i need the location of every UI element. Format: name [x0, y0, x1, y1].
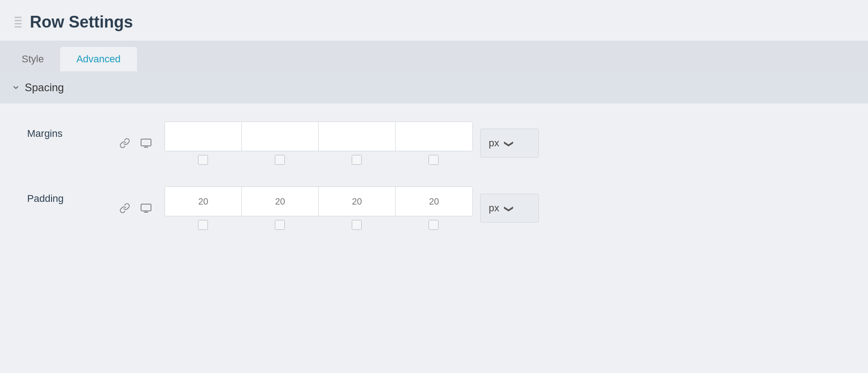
margins-checkbox-top-cell	[165, 155, 241, 165]
padding-checkbox-top-cell	[165, 220, 241, 230]
padding-controls: px ❮	[118, 186, 841, 230]
margins-unit-select[interactable]: px ❮	[480, 129, 539, 158]
padding-icon-group	[118, 201, 154, 215]
padding-checkbox-right[interactable]	[275, 220, 285, 230]
padding-row: Padding	[27, 186, 841, 230]
margins-checkboxes-row	[165, 155, 473, 165]
margins-checkbox-top[interactable]	[198, 155, 208, 165]
margins-checkbox-bottom[interactable]	[352, 155, 362, 165]
margins-link-icon[interactable]	[118, 136, 132, 150]
svg-rect-0	[141, 139, 151, 146]
margins-checkbox-right[interactable]	[275, 155, 285, 165]
svg-rect-3	[141, 204, 151, 211]
tabs-bar: Style Advanced	[0, 41, 868, 71]
padding-input-top[interactable]	[165, 187, 242, 216]
margins-unit-chevron: ❮	[502, 140, 513, 148]
padding-input-bottom[interactable]	[319, 187, 396, 216]
padding-checkbox-top[interactable]	[198, 220, 208, 230]
padding-input-left[interactable]	[396, 187, 472, 216]
margins-row: Margins	[27, 121, 841, 165]
page-title: Row Settings	[30, 13, 133, 32]
margins-checkbox-bottom-cell	[318, 155, 395, 165]
margins-checkbox-left-cell	[395, 155, 472, 165]
margins-input-left[interactable]	[396, 122, 472, 151]
margins-inputs-row	[165, 121, 473, 151]
drag-handle	[14, 17, 22, 28]
margins-icon-group	[118, 136, 154, 150]
padding-label: Padding	[27, 186, 118, 205]
content-area: Margins	[0, 103, 868, 270]
margins-unit-label: px	[489, 137, 499, 149]
padding-unit-label: px	[489, 202, 499, 214]
margins-input-bottom[interactable]	[319, 122, 396, 151]
padding-unit-chevron: ❮	[502, 205, 513, 213]
padding-checkbox-bottom-cell	[318, 220, 395, 230]
margins-input-top[interactable]	[165, 122, 242, 151]
header: Row Settings	[0, 0, 868, 41]
padding-unit-select[interactable]: px ❮	[480, 194, 539, 223]
margins-checkbox-right-cell	[241, 155, 318, 165]
padding-checkbox-left[interactable]	[429, 220, 439, 230]
padding-input-right[interactable]	[242, 187, 319, 216]
tab-style[interactable]: Style	[5, 47, 60, 71]
margins-label: Margins	[27, 121, 118, 140]
chevron-icon: ›	[9, 85, 24, 89]
padding-inputs-row	[165, 186, 473, 216]
padding-checkbox-bottom[interactable]	[352, 220, 362, 230]
padding-link-icon[interactable]	[118, 201, 132, 215]
padding-monitor-icon[interactable]	[138, 201, 154, 215]
margins-input-right[interactable]	[242, 122, 319, 151]
padding-checkbox-left-cell	[395, 220, 472, 230]
panel: Row Settings Style Advanced › Spacing Ma…	[0, 0, 868, 373]
margins-monitor-icon[interactable]	[138, 136, 154, 150]
padding-checkboxes-row	[165, 220, 473, 230]
tab-advanced[interactable]: Advanced	[60, 47, 137, 71]
margins-checkbox-left[interactable]	[429, 155, 439, 165]
margins-controls: px ❮	[118, 121, 841, 165]
spacing-label: Spacing	[25, 81, 64, 94]
padding-input-group	[165, 186, 473, 230]
padding-checkbox-right-cell	[241, 220, 318, 230]
margins-input-group	[165, 121, 473, 165]
spacing-section-header[interactable]: › Spacing	[0, 71, 868, 103]
